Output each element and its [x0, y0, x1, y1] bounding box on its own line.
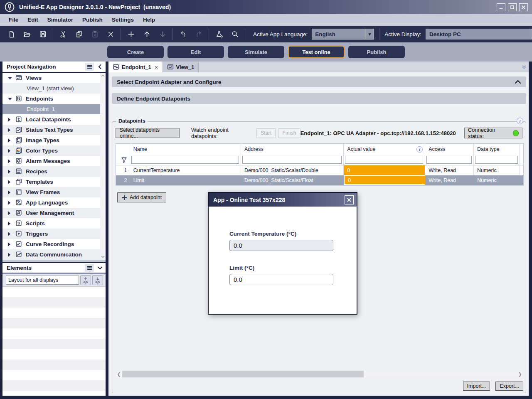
field-input-limit-c[interactable]	[229, 274, 333, 285]
send-backward-button[interactable]	[92, 275, 103, 285]
toolbar-button-add[interactable]	[123, 28, 139, 40]
mode-button-create[interactable]: Create	[107, 46, 164, 58]
layout-select[interactable]	[6, 276, 79, 285]
expand-arrow-icon[interactable]	[8, 170, 10, 174]
scroll-left-icon[interactable]: ❮	[116, 371, 122, 377]
collapse-up-icon[interactable]	[515, 78, 521, 86]
tree-item-recipes[interactable]: Recipes	[2, 166, 100, 177]
filter-input-actual-value[interactable]	[345, 156, 423, 164]
toolbar-button-save[interactable]	[35, 28, 51, 40]
expand-arrow-icon[interactable]	[8, 201, 10, 205]
import-button[interactable]: Import...	[463, 382, 490, 391]
panel-menu-icon[interactable]	[85, 264, 94, 272]
select-datapoints-online-button[interactable]: Select datapoints online...	[116, 128, 180, 138]
tree-item-view-1-start-view[interactable]: View_1 (start view)	[2, 83, 100, 94]
adapter-section-header[interactable]: Select Endpoint Adapter and Configure	[112, 76, 526, 87]
column-header-access[interactable]: Access	[425, 144, 474, 155]
tree-item-curve-recordings[interactable]: Curve Recordings	[2, 239, 100, 249]
expand-arrow-icon[interactable]	[8, 128, 10, 132]
column-header-address[interactable]: Address	[241, 144, 344, 155]
menu-item-edit[interactable]: Edit	[23, 14, 43, 26]
toolbar-button-copy[interactable]	[71, 28, 87, 40]
tab-view-1[interactable]: View_1	[163, 62, 199, 72]
scrollbar-thumb[interactable]	[122, 371, 364, 377]
tree-item-alarm-messages[interactable]: Alarm Messages	[2, 156, 100, 166]
filter-input-address[interactable]	[242, 156, 342, 164]
dialog-close-button[interactable]	[345, 195, 354, 204]
table-row[interactable]: 2LimitDemo/000_Static/Scalar/Float0Write…	[116, 175, 523, 185]
add-datapoint-button[interactable]: Add datapoint	[117, 192, 166, 202]
filter-input-access[interactable]	[426, 156, 472, 164]
expand-arrow-icon[interactable]	[8, 242, 10, 246]
language-select[interactable]: English ▼	[312, 29, 374, 39]
tree-item-scripts[interactable]: SScripts	[2, 218, 100, 229]
expand-arrow-icon[interactable]	[8, 232, 10, 236]
expand-arrow-icon[interactable]	[8, 159, 10, 163]
expand-arrow-icon[interactable]	[8, 118, 10, 122]
mode-button-publish[interactable]: Publish	[348, 46, 405, 58]
tree-item-templates[interactable]: Templates	[2, 177, 100, 187]
horizontal-scrollbar[interactable]: ❮ ❯	[116, 371, 523, 377]
mode-button-simulate[interactable]: Simulate	[228, 46, 284, 58]
filter-input-data-type[interactable]	[475, 156, 518, 164]
tree-item-status-text-types[interactable]: Status Text Types	[2, 125, 100, 135]
column-header-data-type[interactable]: Data type	[474, 144, 520, 155]
scroll-right-icon[interactable]: ❯	[517, 371, 523, 377]
menu-item-file[interactable]: File	[4, 14, 23, 26]
expand-arrow-icon[interactable]	[8, 211, 10, 215]
define-section-header[interactable]: Define Endpoint Datapoints	[112, 93, 526, 104]
menu-item-settings[interactable]: Settings	[107, 14, 138, 26]
bring-forward-button[interactable]	[80, 275, 91, 285]
export-button[interactable]: Export...	[495, 382, 523, 391]
expand-arrow-icon[interactable]	[8, 180, 10, 184]
tree-item-color-types[interactable]: Color Types	[2, 145, 100, 156]
toolbar-button-cut[interactable]	[55, 28, 71, 40]
start-button[interactable]: Start	[256, 128, 276, 138]
tab-close-icon[interactable]: ×	[155, 64, 158, 70]
tab-overflow-icon[interactable]	[520, 62, 529, 72]
toolbar-button-delete[interactable]	[103, 28, 118, 40]
expand-arrow-icon[interactable]	[8, 138, 10, 143]
panel-menu-icon[interactable]	[85, 63, 94, 71]
tree-item-triggers[interactable]: Triggers	[2, 229, 100, 239]
tree-item-user-management[interactable]: User Management	[2, 208, 100, 218]
collapse-down-icon[interactable]	[96, 264, 103, 272]
tab-endpoint-1[interactable]: Endpoint_1×	[108, 62, 163, 72]
table-row[interactable]: 1CurrentTemperatureDemo/000_Static/Scala…	[116, 165, 523, 175]
tree-item-data-communication[interactable]: Data Communication	[2, 249, 100, 260]
dialog-titlebar[interactable]: App - Online Test 357x228	[209, 193, 357, 207]
toolbar-button-shape[interactable]	[211, 28, 227, 40]
mode-button-test-online[interactable]: Test online	[288, 46, 345, 58]
toolbar-button-undo[interactable]	[175, 28, 191, 40]
column-header-name[interactable]: Name	[130, 144, 241, 155]
toolbar-button-open-folder[interactable]	[19, 28, 35, 40]
collapse-left-icon[interactable]	[96, 63, 103, 71]
maximize-button[interactable]	[508, 3, 517, 11]
expand-arrow-icon[interactable]	[8, 98, 12, 100]
tree-item-views[interactable]: Views	[2, 73, 100, 83]
finish-button[interactable]: Finish	[278, 128, 300, 138]
expand-arrow-icon[interactable]	[8, 253, 10, 257]
close-button[interactable]	[519, 3, 528, 11]
dropdown-arrow-icon[interactable]: ▼	[365, 29, 374, 39]
column-header-actual-value[interactable]: Actual valuei	[344, 144, 425, 155]
info-icon[interactable]: i	[517, 118, 523, 124]
tree-item-view-frames[interactable]: View Frames	[2, 187, 100, 197]
field-input-current-temperature-c[interactable]	[229, 240, 333, 251]
toolbar-button-move-up[interactable]	[139, 28, 155, 40]
expand-arrow-icon[interactable]	[8, 190, 10, 195]
menu-item-help[interactable]: Help	[138, 14, 160, 26]
tree-scrollbar[interactable]	[100, 73, 106, 260]
mode-button-edit[interactable]: Edit	[167, 46, 224, 58]
expand-arrow-icon[interactable]	[8, 77, 12, 79]
tree-item-image-types[interactable]: Image Types	[2, 135, 100, 145]
menu-item-simulator[interactable]: Simulator	[43, 14, 78, 26]
tree-item-endpoints[interactable]: Endpoints	[2, 94, 100, 104]
menu-item-publish[interactable]: Publish	[78, 14, 107, 26]
expand-arrow-icon[interactable]	[8, 222, 10, 226]
info-icon[interactable]: i	[416, 146, 423, 153]
toolbar-button-new-file[interactable]	[3, 28, 19, 40]
minimize-button[interactable]	[497, 3, 505, 11]
expand-arrow-icon[interactable]	[8, 149, 10, 153]
display-field[interactable]: Desktop PC	[426, 29, 532, 39]
